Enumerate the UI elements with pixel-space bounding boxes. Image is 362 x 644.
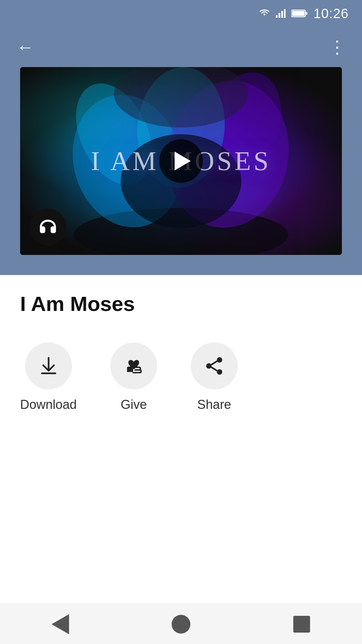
nav-home-button[interactable]: [161, 611, 201, 638]
share-icon: [203, 355, 225, 377]
back-arrow-icon: ←: [16, 38, 34, 56]
svg-point-18: [206, 363, 212, 369]
hero-image: I AM MOSES: [20, 67, 342, 255]
headphone-icon: [38, 217, 58, 237]
content-area: I Am Moses Download: [0, 275, 362, 435]
give-label: Give: [121, 397, 147, 412]
nav-stop-button[interactable]: [282, 611, 322, 638]
back-button[interactable]: ←: [13, 35, 37, 59]
play-icon: [175, 152, 191, 170]
hero-container: I AM MOSES: [0, 67, 362, 275]
svg-rect-6: [306, 12, 307, 15]
nav-home-icon: [172, 615, 190, 634]
nav-back-icon: [52, 614, 69, 634]
bottom-nav: [0, 604, 362, 644]
svg-rect-1: [279, 13, 280, 18]
give-button[interactable]: [110, 342, 157, 389]
svg-rect-0: [276, 15, 278, 18]
nav-back-button[interactable]: [40, 611, 80, 638]
play-button[interactable]: [159, 139, 203, 183]
svg-point-19: [217, 369, 222, 375]
share-action[interactable]: Share: [191, 342, 238, 412]
download-action[interactable]: Download: [20, 342, 77, 412]
svg-line-21: [212, 367, 217, 371]
give-icon: [122, 355, 145, 377]
headphone-badge: [29, 209, 66, 246]
more-dots-icon: ⋮: [328, 38, 345, 56]
svg-rect-2: [281, 11, 283, 18]
status-time: 10:26: [313, 6, 349, 21]
app-bar: ← ⋮: [0, 27, 362, 67]
status-bar: 10:26: [0, 0, 362, 27]
share-label: Share: [197, 397, 231, 412]
battery-icon: [291, 9, 308, 17]
download-button[interactable]: [25, 342, 72, 389]
status-icons: 10:26: [258, 6, 349, 21]
signal-icon: [276, 9, 286, 18]
svg-line-20: [212, 361, 217, 365]
action-row: Download Give: [20, 336, 342, 419]
song-title: I Am Moses: [20, 292, 342, 316]
svg-rect-3: [284, 9, 286, 18]
svg-rect-5: [292, 11, 304, 16]
download-icon: [38, 355, 59, 377]
give-action[interactable]: Give: [110, 342, 157, 412]
more-options-button[interactable]: ⋮: [325, 35, 349, 59]
nav-stop-icon: [293, 616, 310, 633]
download-label: Download: [20, 397, 77, 412]
svg-point-17: [217, 357, 222, 363]
wifi-icon: [258, 9, 270, 18]
share-button[interactable]: [191, 342, 238, 389]
